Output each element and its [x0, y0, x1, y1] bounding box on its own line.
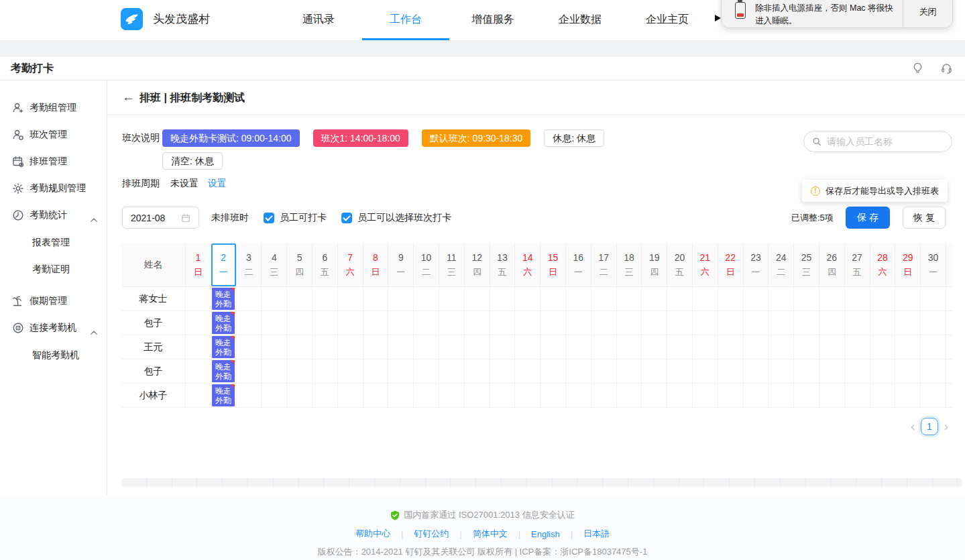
- shift-legend-badge-4[interactable]: 休息: 休息: [544, 129, 604, 147]
- sidebar-subitem-5-2[interactable]: 考勤证明: [0, 256, 107, 282]
- sidebar-item-2[interactable]: 班次管理: [0, 121, 107, 148]
- day-cell-4-16[interactable]: [566, 359, 591, 384]
- day-header-17[interactable]: 17二: [591, 243, 617, 287]
- footer-link-2[interactable]: 钉钉公约: [414, 528, 449, 540]
- day-cell-2-22[interactable]: [718, 311, 744, 335]
- chevron-up-icon[interactable]: [91, 213, 97, 224]
- day-cell-5-7[interactable]: [338, 384, 363, 408]
- day-cell-5-26[interactable]: [819, 384, 845, 408]
- day-cell-4-23[interactable]: [744, 359, 769, 384]
- day-cell-3-29[interactable]: [895, 335, 921, 359]
- shift-legend-badge-5[interactable]: 清空: 休息: [162, 152, 223, 170]
- nav-tab-4[interactable]: 企业数据: [536, 0, 624, 40]
- day-cell-4-4[interactable]: [262, 359, 287, 384]
- nav-tab-5[interactable]: 企业主页: [624, 0, 711, 40]
- day-cell-2-28[interactable]: [870, 311, 896, 335]
- day-cell-5-29[interactable]: [895, 384, 921, 408]
- day-cell-2-2[interactable]: 晚走外勤: [211, 311, 237, 335]
- next-page-icon[interactable]: ›: [944, 418, 949, 435]
- day-header-13[interactable]: 13五: [490, 243, 516, 287]
- day-cell-1-10[interactable]: [414, 287, 439, 311]
- day-cell-3-16[interactable]: [566, 335, 591, 359]
- day-cell-4-2[interactable]: 晚走外勤: [211, 359, 237, 384]
- day-cell-4-12[interactable]: [465, 359, 490, 384]
- day-cell-2-23[interactable]: [744, 311, 769, 335]
- day-cell-3-19[interactable]: [642, 335, 667, 359]
- day-cell-1-31[interactable]: [946, 287, 952, 311]
- day-cell-1-4[interactable]: [262, 287, 287, 311]
- shift-cell-badge[interactable]: 晚走外勤: [212, 360, 235, 382]
- day-cell-3-21[interactable]: [693, 335, 718, 359]
- day-header-5[interactable]: 5四: [287, 243, 313, 287]
- day-cell-3-17[interactable]: [591, 335, 617, 359]
- chevron-up-icon[interactable]: [91, 326, 97, 337]
- day-cell-2-1[interactable]: [186, 311, 211, 335]
- day-header-7[interactable]: 7六: [338, 243, 363, 287]
- day-cell-5-25[interactable]: [794, 384, 819, 408]
- day-cell-3-25[interactable]: [794, 335, 819, 359]
- day-cell-2-17[interactable]: [591, 311, 617, 335]
- day-cell-5-1[interactable]: [186, 384, 211, 408]
- notification-close-button[interactable]: 关闭: [903, 0, 952, 27]
- day-cell-1-5[interactable]: [287, 287, 313, 311]
- day-cell-5-9[interactable]: [388, 384, 414, 408]
- day-cell-1-25[interactable]: [794, 287, 819, 311]
- day-cell-4-29[interactable]: [895, 359, 921, 384]
- day-cell-3-15[interactable]: [541, 335, 566, 359]
- shift-cell-badge[interactable]: 晚走外勤: [212, 288, 235, 310]
- day-cell-3-28[interactable]: [870, 335, 896, 359]
- day-cell-3-20[interactable]: [667, 335, 693, 359]
- day-cell-3-12[interactable]: [465, 335, 490, 359]
- day-cell-2-27[interactable]: [845, 311, 870, 335]
- shift-legend-badge-1[interactable]: 晚走外勤卡测试: 09:00-14:00: [162, 129, 300, 147]
- day-cell-5-19[interactable]: [642, 384, 667, 408]
- day-cell-1-20[interactable]: [667, 287, 693, 311]
- day-cell-5-12[interactable]: [465, 384, 490, 408]
- day-cell-1-7[interactable]: [338, 287, 363, 311]
- day-cell-1-16[interactable]: [566, 287, 591, 311]
- day-cell-4-15[interactable]: [541, 359, 566, 384]
- day-cell-5-28[interactable]: [870, 384, 896, 408]
- nav-tab-1[interactable]: 通讯录: [275, 0, 362, 40]
- day-cell-2-19[interactable]: [642, 311, 667, 335]
- day-cell-3-10[interactable]: [414, 335, 439, 359]
- day-cell-3-31[interactable]: [946, 335, 952, 359]
- day-header-18[interactable]: 18三: [617, 243, 642, 287]
- day-cell-5-23[interactable]: [744, 384, 769, 408]
- day-cell-4-25[interactable]: [794, 359, 819, 384]
- day-cell-1-28[interactable]: [870, 287, 896, 311]
- day-cell-3-18[interactable]: [617, 335, 642, 359]
- day-cell-4-5[interactable]: [287, 359, 313, 384]
- day-cell-5-5[interactable]: [287, 384, 313, 408]
- day-cell-3-8[interactable]: [363, 335, 389, 359]
- day-cell-5-30[interactable]: [921, 384, 946, 408]
- day-header-28[interactable]: 28六: [870, 243, 896, 287]
- day-cell-5-20[interactable]: [667, 384, 693, 408]
- day-header-9[interactable]: 9一: [388, 243, 414, 287]
- day-cell-3-14[interactable]: [515, 335, 541, 359]
- shift-cell-badge[interactable]: 晚走外勤: [212, 384, 235, 406]
- day-cell-1-27[interactable]: [845, 287, 870, 311]
- day-cell-5-27[interactable]: [845, 384, 870, 408]
- save-button[interactable]: 保 存: [846, 207, 890, 229]
- nav-tab-3[interactable]: 增值服务: [449, 0, 536, 40]
- day-cell-1-21[interactable]: [693, 287, 718, 311]
- day-cell-3-2[interactable]: 晚走外勤: [211, 335, 237, 359]
- day-header-20[interactable]: 20五: [667, 243, 693, 287]
- month-picker[interactable]: 2021-08: [122, 207, 199, 229]
- day-cell-1-3[interactable]: [237, 287, 262, 311]
- day-header-11[interactable]: 11三: [439, 243, 465, 287]
- day-cell-1-29[interactable]: [895, 287, 921, 311]
- day-cell-1-6[interactable]: [313, 287, 338, 311]
- shift-legend-badge-2[interactable]: 班次1: 14:00-18:00: [313, 129, 408, 147]
- day-cell-3-30[interactable]: [921, 335, 946, 359]
- day-cell-3-3[interactable]: [237, 335, 262, 359]
- day-cell-3-6[interactable]: [313, 335, 338, 359]
- day-cell-2-26[interactable]: [819, 311, 845, 335]
- day-cell-1-19[interactable]: [642, 287, 667, 311]
- day-cell-2-9[interactable]: [388, 311, 414, 335]
- day-cell-5-13[interactable]: [490, 384, 516, 408]
- day-cell-5-31[interactable]: [946, 384, 952, 408]
- day-header-6[interactable]: 6五: [313, 243, 338, 287]
- day-header-4[interactable]: 4三: [262, 243, 287, 287]
